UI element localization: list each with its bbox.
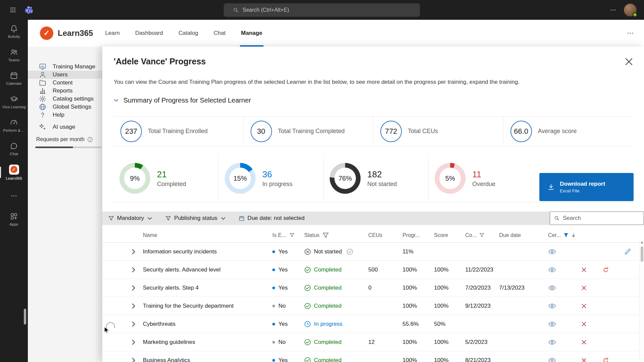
stat-label: Total CEUs (408, 128, 438, 135)
sidebar-item-reports[interactable]: Reports (28, 87, 102, 95)
summary-collapse-header[interactable]: Summary of Progress for Selected Learner (114, 97, 633, 104)
sidebar-item-label: Help (53, 112, 64, 118)
download-report-button[interactable]: Download report Excel File (539, 173, 634, 201)
sidebar-item-training-manage[interactable]: Training Manage (28, 63, 102, 71)
admin-sidebar: Training ManageUsersContentReportsCatalo… (28, 47, 102, 362)
tab-learn[interactable]: Learn (105, 20, 119, 47)
publishing-status-filter[interactable]: Publishing status (165, 215, 226, 222)
rail-item-calendar[interactable]: Calendar (0, 67, 28, 90)
eye-icon (548, 356, 556, 362)
view-progress-button[interactable] (548, 248, 556, 256)
score-value: 50% (434, 321, 465, 327)
delete-button[interactable] (581, 303, 587, 309)
rail-scrollbar[interactable] (24, 309, 26, 324)
donut-percent: 15% (233, 175, 247, 182)
scroll-up-icon[interactable] (641, 241, 643, 243)
rail-item-activity[interactable]: Activity (0, 20, 28, 43)
delete-button[interactable] (581, 339, 587, 346)
retake-button[interactable] (602, 266, 609, 273)
sidebar-item-help[interactable]: Help (28, 111, 102, 119)
column-header-cer[interactable]: Cer... (542, 232, 576, 238)
view-progress-button[interactable] (548, 284, 556, 292)
edit-button[interactable] (624, 248, 631, 255)
rail-item-viva-learning[interactable]: Viva Learning (0, 90, 28, 114)
avatar[interactable]: ✓ (624, 4, 637, 16)
column-header-name[interactable]: Name (143, 232, 272, 238)
mandatory-filter[interactable]: Mandatory (108, 215, 153, 222)
teams-logo-icon[interactable] (24, 5, 34, 14)
eye-icon (548, 302, 556, 310)
enrolled-dot-icon (272, 305, 275, 307)
view-progress-button[interactable] (548, 338, 556, 346)
info-icon[interactable] (87, 137, 93, 142)
expand-chevron-icon[interactable] (130, 339, 137, 346)
sort-descending-icon (571, 233, 576, 238)
column-header-ceus[interactable]: CEUs (368, 232, 402, 238)
column-label: Due date (499, 232, 521, 238)
rail-item-teams[interactable]: Teams (0, 43, 28, 67)
due-date-filter[interactable]: Due date: not selected (239, 215, 305, 222)
status-completed-icon (304, 357, 311, 362)
rail-item-label: Calendar (6, 81, 22, 85)
table-row-information-security-incidents: Information security incidents Yes Not s… (102, 243, 644, 261)
column-header-score[interactable]: Score (434, 232, 465, 238)
tab-dashboard[interactable]: Dashboard (135, 20, 163, 47)
table-search-input[interactable] (563, 215, 640, 222)
retake-button[interactable] (602, 357, 609, 362)
sidebar-item-users[interactable]: Users (28, 71, 102, 79)
view-progress-button[interactable] (548, 356, 556, 362)
rail-item-apps[interactable]: Apps (0, 207, 28, 231)
tab-manage[interactable]: Manage (241, 20, 262, 47)
sidebar-item-label: Catalog settings (53, 96, 94, 102)
expand-chevron-icon[interactable] (130, 321, 137, 327)
header-more-icon[interactable] (627, 29, 634, 37)
rail-item-chat[interactable]: Chat (0, 137, 28, 161)
view-progress-button[interactable] (548, 266, 556, 274)
expand-chevron-icon[interactable] (130, 248, 137, 255)
sidebar-item-catalog-settings[interactable]: Catalog settings (28, 95, 102, 103)
sidebar-item-ai-usage[interactable]: AI usage (28, 123, 102, 131)
rail-item-learn365[interactable]: ✓Learn365 (0, 161, 28, 184)
expand-chevron-icon[interactable] (130, 285, 137, 291)
column-header-status[interactable]: Status (304, 232, 368, 239)
sidebar-item-global-settings[interactable]: Global Settings (28, 103, 102, 111)
topbar-more-icon[interactable] (610, 7, 616, 13)
column-header-co[interactable]: Co... (465, 232, 499, 238)
sidebar-item-content[interactable]: Content (28, 79, 102, 87)
view-progress-button[interactable] (548, 302, 556, 310)
column-header-progr[interactable]: Progr... (402, 232, 434, 238)
scrollbar-thumb[interactable] (641, 246, 643, 262)
download-icon (547, 183, 555, 191)
expand-chevron-icon[interactable] (130, 303, 137, 309)
expand-chevron-icon[interactable] (130, 266, 137, 273)
folder-icon (39, 79, 47, 87)
expand-chevron-icon[interactable] (130, 357, 137, 362)
column-header-is-e[interactable]: Is E... (272, 232, 304, 238)
progress-value: 100% (402, 303, 434, 309)
rail-item-more[interactable] (0, 184, 28, 207)
column-header-due-date[interactable]: Due date (499, 232, 542, 238)
tab-chat[interactable]: Chat (214, 20, 226, 47)
rail-item-perform[interactable]: Perform & ... (0, 114, 28, 137)
progress-value: 55.6% (402, 321, 434, 327)
delete-button[interactable] (581, 285, 587, 291)
donut-percent: 5% (445, 175, 455, 182)
brand-name: Learn365 (58, 28, 93, 38)
waffle-menu-icon[interactable] (10, 7, 16, 13)
tab-catalog[interactable]: Catalog (178, 20, 198, 47)
close-icon[interactable] (624, 57, 634, 67)
view-progress-button[interactable] (548, 320, 556, 328)
is-enrolled-value: Yes (278, 357, 288, 362)
stat-card-total-ceus: 772Total CEUs (373, 117, 503, 146)
enrolled-dot-icon (272, 359, 275, 362)
table-scrollbar[interactable] (639, 240, 644, 362)
delete-button[interactable] (581, 357, 587, 362)
learn365-header: ✓ Learn365 LearnDashboardCatalogChatMana… (28, 20, 644, 47)
delete-button[interactable] (581, 321, 587, 327)
delete-button[interactable] (581, 266, 587, 273)
is-enrolled-value: No (278, 303, 286, 309)
teams-search-box[interactable]: Search (Ctrl+Alt+E) (224, 3, 420, 17)
ceus-value: 500 (368, 266, 402, 273)
learn365-brand[interactable]: ✓ Learn365 (40, 26, 93, 40)
teams-rail-items: ActivityTeamsCalendarViva LearningPerfor… (0, 20, 28, 231)
